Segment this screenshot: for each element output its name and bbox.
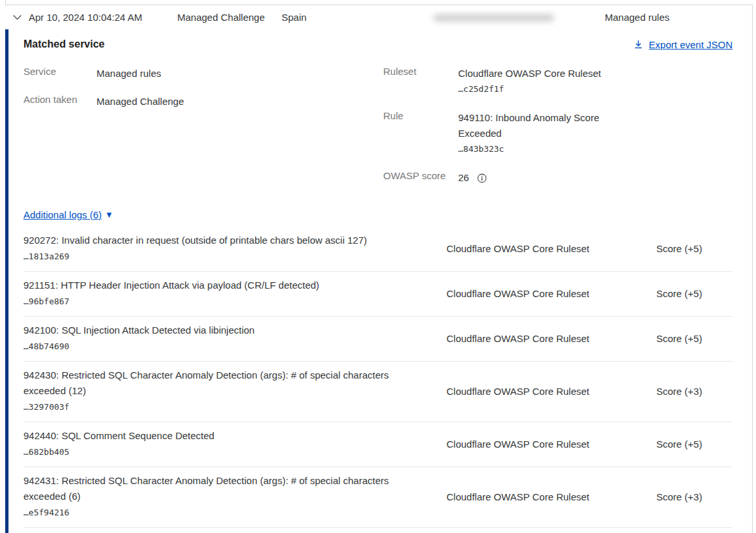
firewall-event-expanded-row: Apr 10, 2024 10:04:24 AM Managed Challen… [5,5,753,533]
additional-logs-table: 920272: Invalid character in request (ou… [23,227,733,528]
log-ruleset-name: Cloudflare OWASP Core Ruleset [446,439,656,450]
log-ruleset-name: Cloudflare OWASP Core Ruleset [446,333,656,344]
action-taken-label: Action taken [23,94,96,109]
collapse-row-button[interactable] [5,12,29,23]
owasp-score-value: 26 [458,170,469,186]
owasp-score-field: OWASP score 26 [383,170,733,186]
log-ruleset-name: Cloudflare OWASP Core Ruleset [446,491,656,502]
log-ruleset-name: Cloudflare OWASP Core Ruleset [446,243,656,254]
log-rule-id-hash: …1813a269 [23,252,69,261]
service-label: Service [23,66,96,81]
additional-logs-toggle[interactable]: Additional logs (6) ▼ [23,209,113,220]
log-score: Score (+5) [656,333,733,344]
log-score: Score (+5) [656,288,733,299]
log-score: Score (+3) [656,386,733,397]
log-rule-description: 942100: SQL Injection Attack Detected vi… [23,323,410,338]
event-detail-panel: Matched service Export event JSON Servic… [5,29,752,533]
owasp-score-label: OWASP score [383,170,458,181]
log-rule-description: 942431: Restricted SQL Character Anomaly… [23,473,410,504]
rule-field: Rule 949110: Inbound Anomaly Score Excee… [383,110,733,157]
log-rule-description: 920272: Invalid character in request (ou… [23,233,410,248]
rule-value: 949110: Inbound Anomaly Score Exceeded [458,110,618,141]
log-ruleset-name: Cloudflare OWASP Core Ruleset [446,386,656,397]
service-value: Managed rules [96,66,161,81]
action-taken-value: Managed Challenge [96,94,184,109]
matched-service-title: Matched service [23,38,105,50]
event-timestamp: Apr 10, 2024 10:04:24 AM [29,12,177,23]
info-icon[interactable] [477,173,487,183]
rule-id-hash: …843b323c [458,141,618,157]
rule-label: Rule [383,110,458,121]
log-rule-id-hash: …3297003f [23,402,69,412]
ruleset-field: Ruleset Cloudflare OWASP Core Ruleset …c… [383,66,733,97]
triangle-down-icon: ▼ [105,210,113,219]
log-rule-id-hash: …e5f94216 [23,508,69,517]
additional-log-row: 921151: HTTP Header Injection Attack via… [23,272,733,317]
action-taken-field: Action taken Managed Challenge [23,94,383,109]
log-rule-description: 942440: SQL Comment Sequence Detected [23,428,410,444]
log-rule-id-hash: …682bb405 [23,447,69,457]
event-summary-row[interactable]: Apr 10, 2024 10:04:24 AM Managed Challen… [5,5,752,29]
ruleset-value: Cloudflare OWASP Core Ruleset [458,66,601,81]
download-icon [633,39,643,50]
redacted-text-blur [433,14,554,22]
additional-log-row: 942430: Restricted SQL Character Anomaly… [23,362,733,422]
log-score: Score (+5) [656,243,733,254]
additional-log-row: 942431: Restricted SQL Character Anomaly… [23,467,733,528]
additional-log-row: 942440: SQL Comment Sequence Detected …6… [23,422,733,467]
log-score: Score (+5) [656,439,733,450]
export-event-json-link[interactable]: Export event JSON [633,39,733,50]
log-score: Score (+3) [656,491,733,502]
ruleset-label: Ruleset [383,66,458,77]
log-rule-description: 921151: HTTP Header Injection Attack via… [23,278,410,293]
additional-logs-label: Additional logs (6) [23,209,102,220]
event-country: Spain [282,12,433,23]
chevron-down-icon [12,12,23,23]
event-action: Managed Challenge [177,12,282,23]
additional-log-row: 920272: Invalid character in request (ou… [23,227,733,272]
log-rule-id-hash: …96bfe867 [23,296,69,306]
export-event-json-label: Export event JSON [649,39,733,50]
ruleset-id-hash: …c25d2f1f [458,81,601,97]
log-rule-id-hash: …48b74690 [23,341,69,351]
log-rule-description: 942430: Restricted SQL Character Anomaly… [23,367,410,399]
event-service: Managed rules [605,12,669,23]
additional-log-row: 942100: SQL Injection Attack Detected vi… [23,317,733,362]
service-field: Service Managed rules [23,66,383,81]
previous-row-border-stub [5,0,6,5]
log-ruleset-name: Cloudflare OWASP Core Ruleset [446,288,656,299]
